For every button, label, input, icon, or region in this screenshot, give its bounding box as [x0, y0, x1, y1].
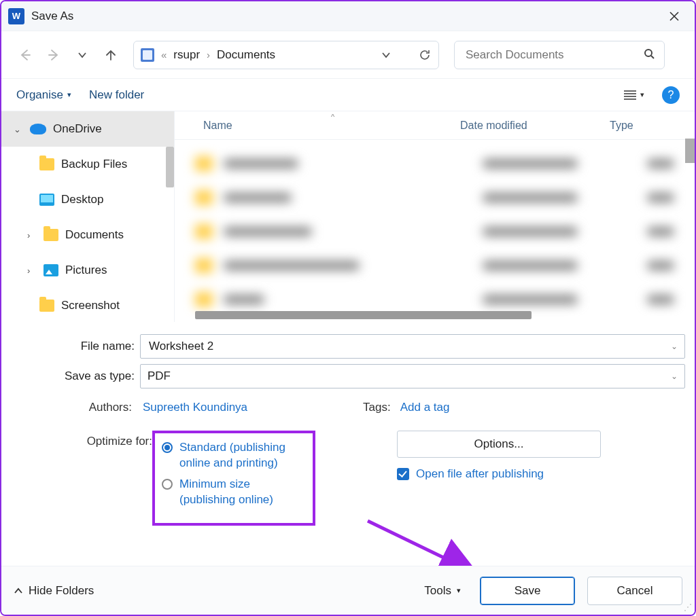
nav-forward-button[interactable] — [42, 43, 65, 67]
tree-backup-files[interactable]: Backup Files — [1, 147, 174, 182]
resize-grip-icon[interactable]: ⋰ — [684, 602, 692, 612]
optimize-standard-label: Standard (publishing online and printing… — [179, 440, 300, 471]
chevron-down-icon: ⌄ — [14, 124, 23, 134]
cancel-button[interactable]: Cancel — [587, 577, 682, 605]
nav-back-button[interactable] — [14, 43, 37, 67]
organise-button[interactable]: Organise ▾ — [16, 88, 71, 102]
nav-row: « rsupr › Documents — [1, 31, 695, 79]
filename-input[interactable] — [147, 339, 671, 354]
tags-label: Tags: — [363, 401, 400, 414]
close-button[interactable] — [661, 3, 688, 30]
arrow-up-icon — [104, 48, 118, 62]
savetype-select[interactable]: PDF ⌄ — [140, 364, 685, 388]
radio-checked-icon — [162, 442, 173, 453]
new-folder-button[interactable]: New folder — [89, 88, 144, 102]
tree-pictures[interactable]: › Pictures — [1, 253, 174, 288]
save-form: File name: ⌄ Save as type: PDF ⌄ Authors… — [1, 322, 695, 531]
save-button[interactable]: Save — [480, 577, 575, 605]
tree-documents[interactable]: › Documents — [1, 217, 174, 253]
folder-icon — [39, 158, 54, 170]
optimize-minimum-radio[interactable]: Minimum size (publishing online) — [162, 477, 300, 508]
address-bar[interactable]: « rsupr › Documents — [133, 41, 439, 69]
refresh-icon[interactable] — [418, 48, 432, 62]
filename-label: File name: — [11, 340, 140, 353]
body-area: ⌄ OneDrive Backup Files Desktop › Docume… — [1, 111, 695, 322]
sort-indicator-icon: ^ — [331, 113, 334, 121]
checkbox-checked-icon — [397, 468, 409, 480]
svg-point-0 — [645, 50, 652, 56]
tree-label: Desktop — [61, 193, 103, 206]
tree-desktop[interactable]: Desktop — [1, 182, 174, 217]
tags-value[interactable]: Add a tag — [400, 401, 450, 414]
nav-up-button[interactable] — [99, 43, 122, 67]
folder-tree[interactable]: ⌄ OneDrive Backup Files Desktop › Docume… — [1, 111, 175, 322]
breadcrumb-seg1[interactable]: rsupr — [173, 48, 200, 62]
authors-label: Authors: — [11, 401, 143, 414]
chevron-right-icon: › — [27, 266, 37, 276]
hide-folders-label: Hide Folders — [29, 584, 94, 598]
chevron-up-icon — [14, 586, 23, 596]
column-header-name[interactable]: Name — [175, 120, 460, 132]
radio-unchecked-icon — [162, 479, 173, 490]
list-view-icon — [624, 90, 636, 100]
title-bar: W Save As — [1, 1, 695, 31]
open-after-label: Open file after publishing — [416, 467, 544, 481]
breadcrumb-seg2[interactable]: Documents — [217, 48, 275, 62]
help-button[interactable]: ? — [662, 86, 680, 104]
word-app-icon: W — [8, 8, 24, 24]
tools-button[interactable]: Tools ▾ — [424, 584, 461, 598]
organise-label: Organise — [16, 88, 63, 102]
dialog-title: Save As — [31, 10, 73, 23]
vertical-scrollbar[interactable] — [685, 139, 695, 163]
desktop-icon — [39, 194, 54, 206]
optimize-standard-radio[interactable]: Standard (publishing online and printing… — [162, 440, 300, 471]
view-button[interactable]: ▾ — [624, 90, 644, 100]
optimize-highlight-box: Standard (publishing online and printing… — [152, 431, 315, 526]
tree-label: Screenshot — [61, 299, 120, 312]
breadcrumb-sep: « — [161, 49, 167, 60]
pictures-icon — [44, 264, 58, 276]
dialog-footer: Hide Folders Tools ▾ Save Cancel ⋰ — [1, 566, 695, 615]
chevron-right-icon: › — [27, 230, 37, 240]
tools-label: Tools — [424, 584, 451, 598]
folder-icon — [39, 300, 54, 312]
savetype-label: Save as type: — [11, 369, 140, 383]
toolbar: Organise ▾ New folder ▾ ? — [1, 79, 695, 111]
file-rows-blurred — [175, 140, 695, 323]
tree-label: Backup Files — [61, 158, 127, 171]
dropdown-icon[interactable]: ⌄ — [671, 372, 678, 381]
folder-icon — [44, 229, 58, 241]
optimize-minimum-label: Minimum size (publishing online) — [179, 477, 300, 508]
search-input[interactable] — [464, 48, 644, 62]
hide-folders-button[interactable]: Hide Folders — [14, 584, 94, 598]
list-header: Name Date modified Type — [175, 111, 695, 140]
nav-recent-button[interactable] — [71, 43, 94, 67]
open-after-checkbox[interactable]: Open file after publishing — [397, 467, 601, 481]
column-header-type[interactable]: Type — [610, 120, 657, 132]
authors-value[interactable]: Supreeth Koundinya — [143, 401, 247, 414]
tree-label: Documents — [65, 228, 124, 242]
horizontal-scrollbar[interactable] — [195, 311, 532, 319]
tree-label: Pictures — [65, 264, 107, 277]
dropdown-icon[interactable]: ⌄ — [671, 342, 678, 351]
tree-screenshot[interactable]: Screenshot — [1, 288, 174, 322]
breadcrumb-sep: › — [207, 49, 210, 60]
onedrive-icon — [30, 124, 46, 134]
tree-scrollbar[interactable] — [166, 147, 174, 187]
tree-label: OneDrive — [53, 122, 102, 136]
search-icon[interactable] — [644, 48, 655, 62]
search-box[interactable] — [454, 41, 665, 69]
arrow-right-icon — [47, 48, 60, 62]
column-header-date[interactable]: Date modified — [460, 120, 610, 132]
savetype-value: PDF — [147, 369, 671, 383]
file-list[interactable]: ^ Name Date modified Type — [175, 111, 695, 322]
tree-onedrive[interactable]: ⌄ OneDrive — [1, 111, 174, 147]
chevron-down-icon[interactable] — [381, 50, 391, 60]
close-icon — [669, 11, 680, 22]
chevron-down-icon — [77, 50, 87, 60]
optimize-label: Optimize for: — [11, 431, 152, 448]
location-icon — [141, 48, 154, 62]
filename-input-wrap[interactable]: ⌄ — [140, 334, 685, 359]
options-button[interactable]: Options... — [397, 431, 601, 458]
arrow-left-icon — [18, 48, 32, 62]
